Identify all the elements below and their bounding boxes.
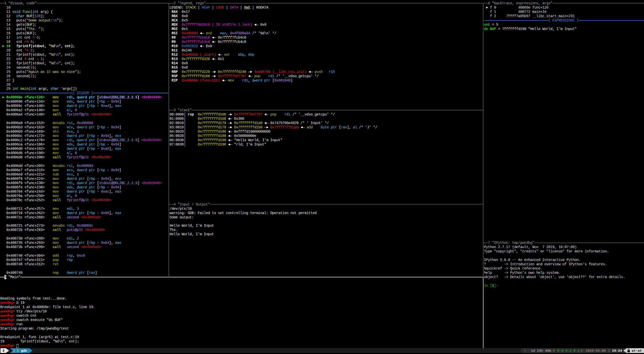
svg-text:2: 2 xyxy=(3,349,5,353)
svg-text:gdb: gdb xyxy=(21,349,27,353)
svg-text:↑: ↑ xyxy=(524,349,526,353)
svg-text:at-at: at-at xyxy=(632,349,642,353)
svg-text:10:24: 10:24 xyxy=(612,349,622,353)
svg-text:0.0 0.1 0.1: 0.0 0.1 0.1 xyxy=(557,349,579,353)
svg-text:1: 1 xyxy=(13,349,15,353)
svg-text:1d 23h 49m: 1d 23h 49m xyxy=(531,349,551,353)
svg-text:2020-03-06: 2020-03-06 xyxy=(586,349,606,353)
